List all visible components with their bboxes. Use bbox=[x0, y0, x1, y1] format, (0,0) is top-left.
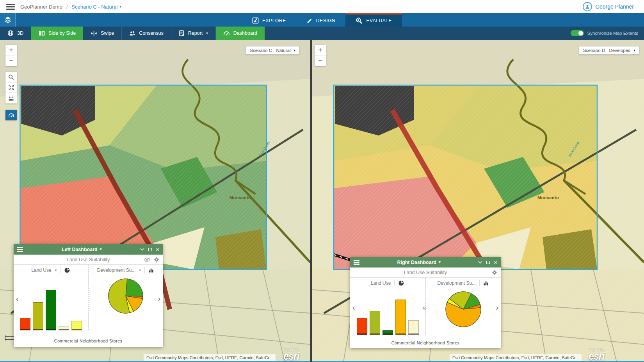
3d-button[interactable]: 3D bbox=[0, 27, 31, 40]
right-dashboard-window: Right Dashboard ▾ × Land Use Suitability bbox=[350, 257, 501, 348]
zoom-controls-right: + − bbox=[315, 45, 326, 66]
chevron-down-icon: ▾ bbox=[439, 260, 441, 264]
map-comparison-area: Monsanto Seal Creek + − bbox=[0, 40, 644, 362]
development-suitability-pie-chart bbox=[426, 289, 501, 335]
chevron-down-icon: ▾ bbox=[294, 49, 295, 52]
zoom-out-button[interactable]: − bbox=[5, 55, 17, 66]
full-extent-button[interactable] bbox=[5, 82, 17, 93]
dashboard-title-dropdown[interactable]: Right Dashboard ▾ bbox=[359, 260, 478, 265]
user-menu[interactable]: George Planner bbox=[583, 2, 634, 11]
next-indicator-chevron[interactable]: › bbox=[158, 295, 160, 302]
map-canvas-left[interactable]: Monsanto Seal Creek + − bbox=[0, 40, 310, 362]
top-bar: GeoPlanner Demo / Scenario C - Natural ▾… bbox=[0, 0, 644, 13]
scenario-selector-left[interactable]: Scenario C - Natural ▾ bbox=[246, 46, 299, 55]
dashboard-menu-icon[interactable] bbox=[17, 247, 23, 252]
chevron-down-icon: ▾ bbox=[119, 5, 121, 9]
land-use-bar-chart bbox=[14, 276, 88, 330]
column-chart-icon[interactable] bbox=[148, 267, 154, 273]
development-suitability-pie-chart bbox=[89, 276, 163, 330]
prev-indicator-chevron[interactable]: ‹ bbox=[352, 304, 355, 311]
globe-icon bbox=[7, 30, 14, 36]
esri-logo: Powered by esri bbox=[589, 348, 604, 361]
development-suitability-selector[interactable]: Development Su... bbox=[97, 267, 136, 273]
explore-icon bbox=[252, 17, 259, 24]
map-attribution: Esri Community Maps Contributors, Esri, … bbox=[144, 354, 276, 361]
avatar bbox=[583, 2, 592, 11]
search-button[interactable] bbox=[5, 72, 17, 82]
evaluate-magnifier-icon bbox=[356, 17, 363, 24]
maximize-icon[interactable] bbox=[148, 248, 152, 251]
app-title: GeoPlanner Demo bbox=[20, 4, 62, 10]
column-chart-icon[interactable] bbox=[483, 280, 489, 286]
side-by-side-icon bbox=[39, 30, 45, 36]
dashboard-menu-icon[interactable] bbox=[354, 260, 359, 265]
scenario-selector-right[interactable]: Scenario D - Developed ▾ bbox=[579, 46, 639, 55]
dashboard-tool-button[interactable] bbox=[5, 110, 17, 120]
dashboard-button[interactable]: Dashboard bbox=[216, 27, 265, 40]
hamburger-menu-icon[interactable] bbox=[6, 4, 15, 10]
primary-nav-bar: EXPLORE DESIGN EVALUATE bbox=[0, 13, 644, 27]
dashboard-title-dropdown[interactable]: Left Dashboard ▾ bbox=[23, 247, 140, 252]
map-attribution: Esri Community Maps Contributors, Esri, … bbox=[450, 354, 582, 361]
consensus-button[interactable]: Consensus bbox=[122, 27, 171, 40]
synchronize-map-extents: Synchronize Map Extents bbox=[571, 27, 638, 40]
tab-design[interactable]: DESIGN bbox=[296, 13, 346, 27]
development-suitability-selector[interactable]: Development Su... bbox=[437, 280, 476, 286]
window-controls: × bbox=[478, 259, 497, 265]
measure-icon bbox=[8, 96, 14, 101]
breadcrumb-separator: / bbox=[66, 4, 68, 10]
zoom-controls-left: + − bbox=[5, 45, 17, 66]
land-use-selector[interactable]: Land Use bbox=[371, 280, 391, 286]
land-use-selector[interactable]: Land Use bbox=[31, 267, 51, 273]
user-name: George Planner bbox=[595, 4, 634, 10]
swipe-icon bbox=[91, 30, 97, 36]
report-icon bbox=[179, 30, 185, 36]
land-use-panel: Land Use bbox=[350, 278, 425, 335]
map-label-monsanto: Monsanto bbox=[537, 195, 559, 200]
tab-evaluate[interactable]: EVALUATE bbox=[345, 13, 402, 27]
maximize-icon[interactable] bbox=[486, 261, 490, 264]
window-controls: × bbox=[140, 246, 159, 252]
chevron-down-icon[interactable]: ▾ bbox=[55, 269, 57, 272]
collapse-panel-chevron[interactable]: « bbox=[422, 304, 427, 311]
zoom-out-button[interactable]: − bbox=[315, 55, 326, 66]
side-by-side-button[interactable]: Side by Side bbox=[31, 27, 83, 40]
collapse-icon[interactable] bbox=[140, 248, 144, 251]
right-dashboard-header[interactable]: Right Dashboard ▾ × bbox=[350, 257, 501, 267]
dashboard-body: ‹ « › Land Use bbox=[350, 278, 501, 335]
map-tools-left bbox=[5, 72, 17, 103]
indicator-footer-label: Commercial Neighborhood Stores bbox=[14, 330, 163, 347]
zoom-in-button[interactable]: + bbox=[5, 45, 17, 55]
prev-indicator-chevron[interactable]: ‹ bbox=[16, 295, 18, 302]
esri-logo: Powered by esri bbox=[283, 348, 299, 361]
report-button[interactable]: Report ▾ bbox=[171, 27, 216, 40]
nav-tabs: EXPLORE DESIGN EVALUATE bbox=[0, 13, 644, 27]
pie-chart-icon[interactable] bbox=[64, 267, 70, 273]
left-dashboard-header[interactable]: Left Dashboard ▾ × bbox=[14, 244, 163, 255]
pie-chart-icon[interactable] bbox=[398, 280, 404, 286]
chevron-down-icon[interactable]: ▾ bbox=[139, 269, 141, 272]
zoom-in-button[interactable]: + bbox=[315, 45, 326, 55]
gear-icon[interactable] bbox=[154, 257, 159, 262]
chevron-down-icon: ▾ bbox=[100, 248, 102, 251]
measure-button[interactable] bbox=[5, 93, 17, 103]
map-label-monsanto: Monsanto bbox=[229, 195, 251, 200]
land-use-bar-chart bbox=[350, 289, 425, 335]
person-icon bbox=[585, 4, 590, 9]
next-indicator-chevron[interactable]: › bbox=[496, 304, 498, 311]
close-icon[interactable]: × bbox=[494, 259, 497, 265]
widget-title: Land Use Suitability bbox=[404, 270, 447, 275]
close-icon[interactable]: × bbox=[156, 246, 159, 252]
gear-icon[interactable] bbox=[492, 270, 497, 275]
dashboard-gauge-icon bbox=[8, 112, 14, 118]
swipe-button[interactable]: Swipe bbox=[83, 27, 122, 40]
tab-explore[interactable]: EXPLORE bbox=[242, 13, 296, 27]
chevron-down-icon: ▾ bbox=[206, 32, 208, 35]
dashboard-tool-left bbox=[5, 110, 17, 120]
sync-toggle[interactable] bbox=[571, 30, 584, 36]
visibility-off-icon[interactable] bbox=[144, 257, 150, 262]
map-canvas-right[interactable]: Monsanto Seal Creek + − Scenario D - Dev… bbox=[312, 40, 644, 362]
collapse-icon[interactable] bbox=[478, 261, 482, 264]
dashboard-body: ‹ › Land Use ▾ bbox=[14, 265, 163, 330]
scenario-breadcrumb-dropdown[interactable]: Scenario C - Natural ▾ bbox=[71, 4, 121, 10]
